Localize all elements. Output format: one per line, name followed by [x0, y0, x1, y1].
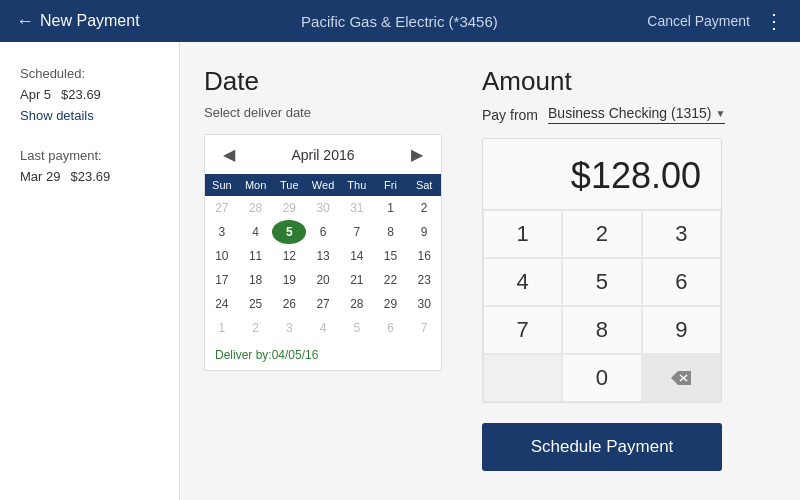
calendar-day[interactable]: 13 — [306, 244, 340, 268]
calendar-day[interactable]: 18 — [239, 268, 273, 292]
cancel-payment-button[interactable]: Cancel Payment — [647, 13, 750, 29]
last-payment-section: Last payment: Mar 29 $23.69 — [20, 148, 159, 188]
more-options-icon[interactable]: ⋮ — [764, 9, 784, 33]
calendar-day[interactable]: 15 — [374, 244, 408, 268]
weekday-thu: Thu — [340, 174, 374, 196]
app-header: ← New Payment Pacific Gas & Electric (*3… — [0, 0, 800, 42]
calendar-day[interactable]: 22 — [374, 268, 408, 292]
scheduled-label: Scheduled: — [20, 66, 159, 81]
numpad-key-9[interactable]: 9 — [642, 306, 721, 354]
calendar-prev-button[interactable]: ◀ — [217, 145, 241, 164]
calendar: ◀ April 2016 ▶ SunMonTueWedThuFriSat 272… — [204, 134, 442, 371]
calendar-day[interactable]: 21 — [340, 268, 374, 292]
calendar-day[interactable]: 26 — [272, 292, 306, 316]
numpad-box: $128.00 1234567890 — [482, 138, 722, 403]
calendar-day[interactable]: 9 — [407, 220, 441, 244]
weekday-sun: Sun — [205, 174, 239, 196]
numpad-key-8[interactable]: 8 — [562, 306, 641, 354]
numpad-key-6[interactable]: 6 — [642, 258, 721, 306]
calendar-day[interactable]: 17 — [205, 268, 239, 292]
numpad-key-1[interactable]: 1 — [483, 210, 562, 258]
pay-from-label: Pay from — [482, 107, 538, 123]
calendar-header: ◀ April 2016 ▶ — [205, 135, 441, 174]
sidebar: Scheduled: Apr 5 $23.69 Show details Las… — [0, 42, 180, 500]
weekday-tue: Tue — [272, 174, 306, 196]
last-payment-date: Mar 29 — [20, 169, 60, 184]
calendar-week-row: 1234567 — [205, 316, 441, 340]
calendar-day[interactable]: 1 — [374, 196, 408, 220]
calendar-day[interactable]: 5 — [272, 220, 306, 244]
calendar-day: 7 — [407, 316, 441, 340]
calendar-day: 6 — [374, 316, 408, 340]
header-center-title: Pacific Gas & Electric (*3456) — [152, 13, 648, 30]
calendar-grid: SunMonTueWedThuFriSat 272829303112345678… — [205, 174, 441, 340]
calendar-day[interactable]: 11 — [239, 244, 273, 268]
calendar-day: 28 — [239, 196, 273, 220]
show-details-link[interactable]: Show details — [20, 108, 94, 123]
header-actions: Cancel Payment ⋮ — [647, 9, 784, 33]
numpad-key-7[interactable]: 7 — [483, 306, 562, 354]
calendar-day[interactable]: 19 — [272, 268, 306, 292]
last-payment-label: Last payment: — [20, 148, 159, 163]
pay-from-value: Business Checking (1315) — [548, 105, 711, 121]
scheduled-amount: $23.69 — [61, 87, 101, 102]
calendar-day: 1 — [205, 316, 239, 340]
calendar-day[interactable]: 10 — [205, 244, 239, 268]
calendar-day[interactable]: 27 — [306, 292, 340, 316]
calendar-day[interactable]: 20 — [306, 268, 340, 292]
calendar-day: 29 — [272, 196, 306, 220]
amount-section: Amount Pay from Business Checking (1315)… — [462, 42, 800, 500]
calendar-day: 3 — [272, 316, 306, 340]
calendar-month-year: April 2016 — [291, 147, 354, 163]
last-payment-amount: $23.69 — [70, 169, 110, 184]
calendar-day: 31 — [340, 196, 374, 220]
calendar-day[interactable]: 30 — [407, 292, 441, 316]
schedule-payment-button[interactable]: Schedule Payment — [482, 423, 722, 471]
calendar-day[interactable]: 12 — [272, 244, 306, 268]
calendar-day[interactable]: 23 — [407, 268, 441, 292]
calendar-day[interactable]: 16 — [407, 244, 441, 268]
calendar-week-row: 17181920212223 — [205, 268, 441, 292]
scheduled-date: Apr 5 — [20, 87, 51, 102]
pay-from-row: Pay from Business Checking (1315) ▼ — [482, 105, 776, 124]
calendar-day: 4 — [306, 316, 340, 340]
amount-section-title: Amount — [482, 66, 776, 97]
calendar-day[interactable]: 28 — [340, 292, 374, 316]
numpad-key-2[interactable]: 2 — [562, 210, 641, 258]
calendar-day[interactable]: 2 — [407, 196, 441, 220]
weekday-sat: Sat — [407, 174, 441, 196]
calendar-day[interactable]: 7 — [340, 220, 374, 244]
calendar-day[interactable]: 4 — [239, 220, 273, 244]
back-button[interactable]: ← New Payment — [16, 11, 140, 32]
numpad-grid: 1234567890 — [483, 210, 721, 402]
numpad-empty-key — [483, 354, 562, 402]
calendar-week-row: 3456789 — [205, 220, 441, 244]
calendar-week-row: 10111213141516 — [205, 244, 441, 268]
calendar-day[interactable]: 3 — [205, 220, 239, 244]
page-title: New Payment — [40, 12, 140, 30]
weekday-wed: Wed — [306, 174, 340, 196]
date-section-title: Date — [204, 66, 442, 97]
numpad-backspace-key[interactable] — [642, 354, 721, 402]
calendar-day[interactable]: 6 — [306, 220, 340, 244]
numpad-key-3[interactable]: 3 — [642, 210, 721, 258]
dropdown-arrow-icon: ▼ — [715, 108, 725, 119]
calendar-weekday-row: SunMonTueWedThuFriSat — [205, 174, 441, 196]
calendar-day[interactable]: 8 — [374, 220, 408, 244]
calendar-day[interactable]: 29 — [374, 292, 408, 316]
main-content: Date Select deliver date ◀ April 2016 ▶ … — [180, 42, 800, 500]
last-payment-row: Mar 29 $23.69 — [20, 169, 159, 184]
weekday-mon: Mon — [239, 174, 273, 196]
numpad-key-4[interactable]: 4 — [483, 258, 562, 306]
calendar-day[interactable]: 14 — [340, 244, 374, 268]
calendar-day[interactable]: 25 — [239, 292, 273, 316]
calendar-day[interactable]: 24 — [205, 292, 239, 316]
numpad-key-5[interactable]: 5 — [562, 258, 641, 306]
scheduled-section: Scheduled: Apr 5 $23.69 Show details — [20, 66, 159, 124]
calendar-next-button[interactable]: ▶ — [405, 145, 429, 164]
weekday-fri: Fri — [374, 174, 408, 196]
numpad-key-0[interactable]: 0 — [562, 354, 641, 402]
calendar-day: 2 — [239, 316, 273, 340]
amount-display: $128.00 — [483, 139, 721, 210]
pay-from-selector[interactable]: Business Checking (1315) ▼ — [548, 105, 725, 124]
